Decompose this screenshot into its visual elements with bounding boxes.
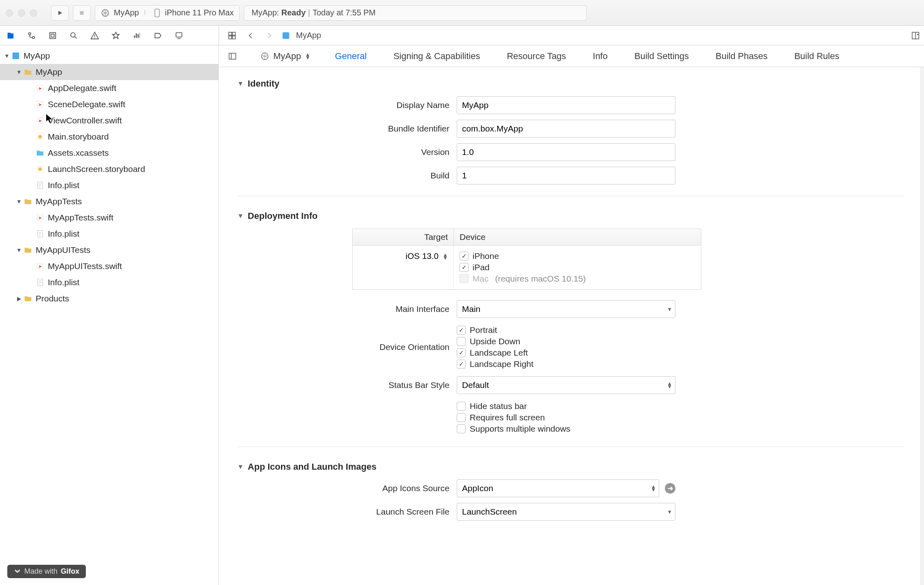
target-name: MyApp	[273, 51, 301, 61]
project-navigator[interactable]: ▼MyApp▼MyAppAppDelegate.swiftSceneDelega…	[0, 45, 219, 585]
source-control-navigator-icon[interactable]	[25, 29, 38, 42]
tab-general[interactable]: General	[332, 49, 370, 64]
find-navigator-icon[interactable]	[67, 29, 80, 42]
section-identity-header[interactable]: ▼ Identity	[237, 78, 904, 89]
project-navigator-icon[interactable]	[4, 29, 17, 42]
section-appicons-header[interactable]: ▼ App Icons and Launch Images	[237, 462, 904, 472]
test-navigator-icon[interactable]	[109, 29, 122, 42]
proj-icon	[11, 51, 20, 60]
deployment-device-table: Target Device iOS 13.0 ▲▼ iPhoneiPadMac(…	[352, 229, 701, 290]
checkbox-icon	[460, 274, 468, 283]
tab-signing-capabilities[interactable]: Signing & Capabilities	[390, 49, 483, 64]
tree-item[interactable]: MyAppTests.swift	[0, 210, 218, 226]
tree-item[interactable]: ▼MyApp	[0, 64, 218, 80]
tree-item[interactable]: ▼MyAppUITests	[0, 242, 218, 258]
stop-button[interactable]	[73, 5, 91, 21]
tree-item[interactable]: Assets.xcassets	[0, 145, 218, 161]
jump-bar-title[interactable]: MyApp	[296, 31, 321, 40]
svg-rect-14	[283, 32, 290, 39]
orientation-checkbox-upside-down[interactable]: Upside Down	[457, 337, 675, 346]
version-field[interactable]	[457, 143, 675, 161]
report-navigator-icon[interactable]	[172, 29, 185, 42]
tab-build-rules[interactable]: Build Rules	[791, 49, 843, 64]
checkbox-label: Landscape Right	[470, 359, 534, 369]
tree-item[interactable]: ▶Products	[0, 290, 218, 307]
activity-status[interactable]: MyApp: Ready | Today at 7:55 PM	[244, 5, 587, 21]
tree-item-label: MyApp	[36, 67, 62, 77]
tree-item[interactable]: Main.storyboard	[0, 129, 218, 145]
launch-screen-label: Launch Screen File	[376, 507, 449, 517]
tree-item-label: ViewController.swift	[48, 116, 122, 125]
checkbox-label: Upside Down	[470, 337, 520, 346]
disclosure-down-icon: ▼	[237, 80, 244, 87]
orientation-checkbox-landscape-right[interactable]: Landscape Right	[457, 359, 675, 369]
tree-item[interactable]: Info.plist	[0, 177, 218, 193]
issue-navigator-icon[interactable]	[88, 29, 101, 42]
display-name-field[interactable]	[457, 96, 675, 114]
disclosure-icon[interactable]: ▼	[3, 53, 11, 59]
breakpoint-navigator-icon[interactable]	[151, 29, 164, 42]
option-checkbox-supports-multiple-windows[interactable]: Supports multiple windows	[457, 424, 675, 434]
target-selector[interactable]: MyApp ▲▼	[257, 49, 314, 64]
build-field[interactable]	[457, 167, 675, 184]
go-to-asset-button[interactable]: ➜	[665, 483, 675, 494]
run-button[interactable]	[51, 5, 69, 21]
launch-screen-combo[interactable]	[457, 503, 675, 521]
tab-resource-tags[interactable]: Resource Tags	[504, 49, 569, 64]
minimize-window-button[interactable]	[18, 9, 25, 17]
related-items-icon[interactable]	[226, 29, 238, 42]
tree-item[interactable]: AppDelegate.swift	[0, 80, 218, 96]
tree-item[interactable]: SceneDelegate.swift	[0, 96, 218, 112]
main-interface-combo[interactable]	[457, 300, 675, 318]
disclosure-icon[interactable]: ▼	[15, 69, 23, 75]
app-icons-source-label: App Icons Source	[382, 483, 449, 493]
scheme-selector[interactable]: MyApp 〉 iPhone 11 Pro Max	[95, 5, 240, 21]
checkbox-label: Requires full screen	[470, 413, 545, 422]
close-window-button[interactable]	[6, 9, 13, 17]
checkbox-label: Mac	[473, 274, 489, 284]
tab-info[interactable]: Info	[590, 49, 611, 64]
svg-rect-16	[13, 53, 19, 59]
tree-item[interactable]: Info.plist	[0, 274, 218, 290]
add-editor-button[interactable]	[911, 29, 924, 42]
tree-item[interactable]: Info.plist	[0, 226, 218, 242]
scheme-app-label: MyApp	[114, 8, 139, 17]
device-checkbox-iphone[interactable]: iPhone	[460, 251, 695, 261]
tree-item-label: MyAppUITests	[36, 245, 90, 255]
orientation-checkbox-portrait[interactable]: Portrait	[457, 325, 675, 335]
app-icon	[260, 52, 269, 61]
option-checkbox-hide-status-bar[interactable]: Hide status bar	[457, 401, 675, 411]
disclosure-icon[interactable]: ▼	[15, 247, 23, 253]
status-bar-combo[interactable]	[457, 376, 675, 394]
disclosure-icon[interactable]: ▶	[15, 295, 23, 302]
tree-item[interactable]: ▼MyAppTests	[0, 193, 218, 210]
tree-item[interactable]: LaunchScreen.storyboard	[0, 161, 218, 177]
tab-build-settings[interactable]: Build Settings	[631, 49, 692, 64]
go-forward-button[interactable]	[263, 29, 276, 42]
tree-item[interactable]: MyAppUITests.swift	[0, 258, 218, 274]
version-label: Version	[421, 147, 449, 157]
debug-navigator-icon[interactable]	[130, 29, 143, 42]
go-back-button[interactable]	[244, 29, 257, 42]
disclosure-icon[interactable]: ▼	[15, 198, 23, 205]
svg-rect-2	[155, 9, 160, 17]
target-editor-content[interactable]: ▼ Identity Display Name Bundle Identifie…	[219, 67, 924, 585]
orientation-checkbox-landscape-left[interactable]: Landscape Left	[457, 348, 675, 358]
tree-item[interactable]: ViewController.swift	[0, 112, 218, 129]
device-checkbox-ipad[interactable]: iPad	[460, 263, 695, 272]
tree-item[interactable]: ▼MyApp	[0, 48, 218, 64]
targets-sidebar-toggle[interactable]	[226, 50, 239, 63]
zoom-window-button[interactable]	[30, 9, 37, 17]
updown-icon[interactable]: ▲▼	[443, 253, 448, 260]
app-icons-source-combo[interactable]	[457, 479, 659, 497]
updown-icon: ▲▼	[305, 53, 310, 59]
gifox-watermark: Made with Gifox	[7, 565, 86, 578]
symbol-navigator-icon[interactable]	[46, 29, 59, 42]
section-deployment-header[interactable]: ▼ Deployment Info	[237, 211, 904, 221]
bundle-id-field[interactable]	[457, 120, 675, 138]
tab-build-phases[interactable]: Build Phases	[712, 49, 771, 64]
option-checkbox-requires-full-screen[interactable]: Requires full screen	[457, 413, 675, 422]
device-icon	[153, 8, 161, 17]
deployment-target-value[interactable]: iOS 13.0	[406, 251, 439, 261]
checkbox-icon	[457, 337, 466, 346]
